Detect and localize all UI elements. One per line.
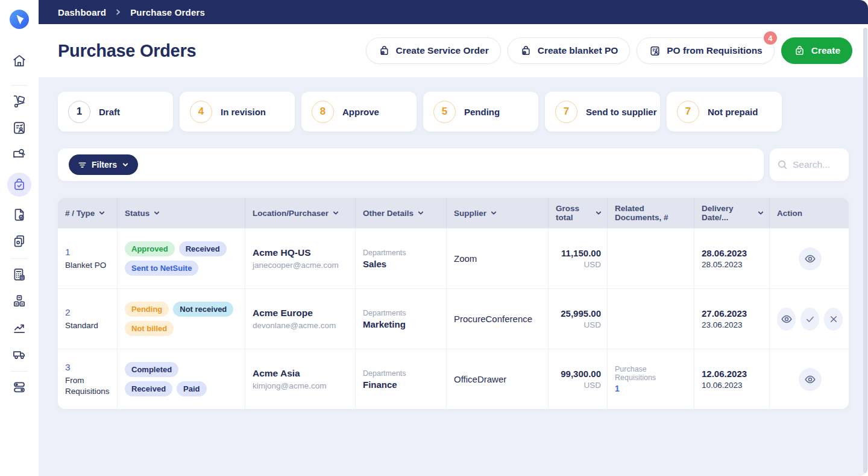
cell-gross-total: 99,300.00 USD [549, 349, 608, 409]
sidebar-item-invoices[interactable] [11, 206, 28, 223]
page-scrollbar[interactable] [863, 28, 867, 473]
breadcrumb-purchase-orders[interactable]: Purchase Orders [130, 7, 205, 17]
sidebar-divider [11, 85, 28, 86]
status-label: Send to supplier [586, 107, 657, 117]
sidebar-item-home[interactable] [11, 52, 28, 69]
status-count: 7 [555, 101, 577, 123]
status-label: In revision [221, 107, 266, 117]
status-count: 1 [68, 101, 90, 123]
status-label: Not prepaid [708, 107, 758, 117]
cell-related-documents [608, 229, 694, 288]
chevron-down-icon [122, 161, 129, 168]
po-number-link[interactable]: 3 [65, 362, 111, 373]
location-name: Acme Europe [253, 308, 349, 319]
details-label: Departments [363, 309, 440, 317]
related-documents-label: Purchase Requisitions [615, 365, 688, 382]
gross-total-value: 11,150.00 [561, 248, 601, 258]
po-number-link[interactable]: 2 [65, 307, 111, 318]
cell-number-type: 1 Blanket PO [58, 229, 118, 288]
status-card-pending[interactable]: 5 Pending [423, 92, 538, 132]
filter-lines-icon [78, 160, 87, 170]
column-header-other-details[interactable]: Other Details [356, 198, 447, 228]
status-card-send-to-supplier[interactable]: 7 Send to supplier [545, 92, 660, 132]
search-box [770, 148, 849, 181]
cell-actions [770, 289, 849, 349]
create-service-order-button[interactable]: Create Service Order [366, 37, 501, 64]
x-icon [828, 314, 839, 325]
brand-logo-icon[interactable] [9, 9, 30, 30]
sidebar-item-supplier-search[interactable] [11, 146, 28, 163]
column-header-location[interactable]: Location/Purchaser [245, 198, 356, 228]
location-name: Acme HQ-US [253, 247, 349, 258]
cell-status: Approved Received Sent to NetSuite [118, 229, 245, 288]
po-from-requisitions-button[interactable]: PO from Requisitions [637, 37, 774, 64]
create-blanket-po-button[interactable]: Create blanket PO [508, 37, 631, 64]
currency: USD [583, 260, 601, 269]
bag-check-icon [520, 45, 532, 57]
related-documents-link[interactable]: 1 [615, 384, 688, 393]
status-card-draft[interactable]: 1 Draft [58, 92, 173, 132]
sidebar-divider [11, 371, 28, 372]
status-card-in-revision[interactable]: 4 In revision [180, 92, 295, 132]
view-button[interactable] [777, 308, 796, 331]
status-count: 8 [312, 101, 334, 123]
header-actions: Create Service Order Create blanket PO [366, 37, 852, 64]
gross-total-value: 99,300.00 [561, 369, 601, 379]
sidebar-item-purchase-orders[interactable] [7, 173, 31, 197]
column-header-delivery-date[interactable]: Delivery Date/... [694, 198, 770, 228]
view-button[interactable] [799, 368, 822, 391]
create-button[interactable]: Create [781, 37, 852, 64]
filters-button[interactable]: Filters [69, 154, 138, 175]
column-header-gross-total[interactable]: Gross total [549, 198, 608, 228]
status-label: Approve [342, 107, 379, 117]
breadcrumb-dashboard[interactable]: Dashboard [58, 7, 106, 17]
approve-button[interactable] [800, 308, 819, 331]
table-header-row: # / Type Status Location/Purchaser Other… [58, 198, 849, 228]
cell-actions [770, 229, 849, 288]
location-name: Acme Asia [253, 368, 349, 379]
supplier-name: Zoom [454, 253, 542, 264]
sidebar-item-reports[interactable] [11, 319, 28, 336]
secondary-date: 23.06.2023 [702, 320, 763, 329]
status-card-approve[interactable]: 8 Approve [301, 92, 417, 132]
modules-icon [11, 293, 27, 309]
sidebar-item-receipts[interactable] [11, 233, 28, 250]
cell-gross-total: 25,995.00 USD [549, 289, 608, 349]
requisitions-count-badge: 4 [763, 30, 778, 46]
status-card-not-prepaid[interactable]: 7 Not prepaid [667, 92, 782, 132]
cell-location-purchaser: Acme HQ-US janecooper@acme.com [245, 229, 356, 288]
filter-bar: Filters [58, 148, 764, 181]
cell-other-details: Departments Finance [356, 349, 447, 409]
status-label: Draft [99, 107, 120, 117]
search-input[interactable] [793, 159, 841, 170]
clipboard-person-icon [649, 45, 661, 57]
sidebar-item-budgets[interactable] [11, 266, 28, 283]
bag-check-icon [11, 177, 27, 192]
status-count: 5 [433, 101, 456, 123]
cell-supplier: OfficeDrawer [447, 349, 549, 409]
sidebar-item-procurement[interactable] [11, 93, 28, 110]
view-button[interactable] [799, 247, 822, 270]
column-header-supplier[interactable]: Supplier [447, 198, 549, 228]
filters-label: Filters [92, 160, 117, 170]
purchaser-email: devonlane@acme.com [253, 321, 349, 330]
sidebar-item-catalogs[interactable] [11, 293, 28, 309]
column-header-status[interactable]: Status [118, 198, 245, 228]
page-header: Purchase Orders Create Service Order Cre… [39, 24, 868, 77]
sidebar-item-shipping[interactable] [11, 346, 28, 363]
po-number-link[interactable]: 1 [65, 247, 111, 258]
sidebar-item-approvals[interactable] [11, 119, 28, 136]
sidebar-item-settings[interactable] [11, 379, 28, 396]
page-title: Purchase Orders [58, 41, 196, 61]
document-check-icon [11, 207, 27, 223]
status-count: 7 [677, 101, 699, 123]
hand-truck-icon [11, 94, 27, 109]
status-badge: Pending [125, 302, 169, 317]
reject-button[interactable] [824, 308, 843, 331]
column-header-type[interactable]: # / Type [58, 198, 118, 228]
chevron-down-icon [332, 209, 339, 217]
cell-related-documents: Purchase Requisitions 1 [608, 349, 694, 409]
details-label: Departments [363, 249, 440, 257]
cell-gross-total: 11,150.00 USD [549, 229, 608, 288]
chevron-down-icon [757, 209, 764, 217]
